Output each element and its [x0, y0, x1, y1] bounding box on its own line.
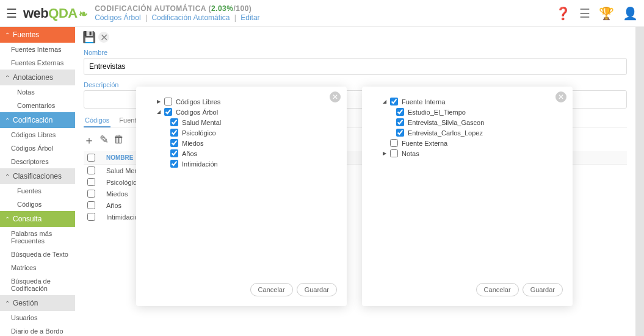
sidebar-item-clas-codigos[interactable]: Códigos: [0, 198, 75, 211]
sidebar-header-clasificaciones[interactable]: ⌃Clasificaciones: [0, 168, 75, 184]
tree-checkbox[interactable]: [390, 98, 398, 105]
tree-node-anos[interactable]: Años: [146, 148, 337, 159]
row-checkbox[interactable]: [87, 166, 95, 174]
tree-codigos: ▶Códigos Libres ◢Códigos Árbol Salud Men…: [146, 96, 337, 278]
tree-node-psico[interactable]: Psicológico: [146, 127, 337, 138]
sidebar-item-codigos-libres[interactable]: Códigos Libres: [0, 128, 75, 141]
edit-icon[interactable]: ✎: [99, 133, 109, 148]
expand-icon[interactable]: ▶: [383, 151, 389, 156]
sidebar-item-diario[interactable]: Diario de a Bordo: [0, 324, 75, 336]
sidebar-header-anotaciones[interactable]: ⌃Anotaciones: [0, 70, 75, 85]
crumb-codigos-arbol[interactable]: Códigos Árbol: [95, 13, 140, 22]
close-icon[interactable]: ✕: [555, 91, 566, 102]
tree-node-estudio[interactable]: Estudio_El_Tiempo: [372, 107, 563, 117]
title-text: CODIFICACIÓN AUTOMÁTICA: [95, 4, 206, 13]
tree-node-codigos-libres[interactable]: ▶Códigos Libres: [146, 96, 337, 107]
save-button[interactable]: Guardar: [523, 283, 563, 296]
crumb-sep: |: [234, 13, 236, 22]
tree-node-miedos[interactable]: Miedos: [146, 138, 337, 148]
tree-fuentes: ◢Fuente Interna Estudio_El_Tiempo Entrev…: [372, 96, 563, 278]
tree-node-notas[interactable]: ▶Notas: [372, 148, 563, 159]
sidebar-item-fuentes-internas[interactable]: Fuentes Internas: [0, 43, 75, 56]
tree-checkbox[interactable]: [170, 129, 178, 137]
tree-checkbox[interactable]: [170, 139, 178, 147]
list-icon[interactable]: ☰: [579, 6, 590, 21]
tree-node-fuente-externa[interactable]: Fuente Externa: [372, 138, 563, 148]
tree-checkbox[interactable]: [390, 149, 398, 157]
table-header-checkbox[interactable]: [87, 154, 95, 162]
header-titles: CODIFICACIÓN AUTOMÁTICA (2.03%/100) Códi…: [95, 4, 555, 22]
tree-node-intim[interactable]: Intimidación: [146, 159, 337, 169]
close-icon[interactable]: ✕: [330, 91, 341, 102]
trophy-icon[interactable]: 🏆: [599, 6, 614, 21]
sidebar-item-comentarios[interactable]: Comentarios: [0, 99, 75, 112]
close-icon[interactable]: ✕: [98, 32, 109, 43]
sidebar-item-descriptores[interactable]: Descriptores: [0, 155, 75, 168]
sidebar-item-matrices[interactable]: Matrices: [0, 261, 75, 274]
crumb-sep: |: [145, 13, 147, 22]
sidebar: ⌃Fuentes Fuentes Internas Fuentes Extern…: [0, 27, 75, 336]
sidebar-header-gestion[interactable]: ⌃Gestión: [0, 295, 75, 311]
sidebar-item-busqueda-texto[interactable]: Búsqueda de Texto: [0, 248, 75, 261]
expand-icon[interactable]: ▶: [157, 99, 163, 104]
tree-checkbox[interactable]: [164, 108, 172, 116]
chevron-up-icon: ⌃: [5, 216, 10, 223]
sidebar-item-clas-fuentes[interactable]: Fuentes: [0, 184, 75, 198]
help-icon[interactable]: ❓: [555, 6, 571, 21]
tree-checkbox[interactable]: [396, 118, 404, 126]
sidebar-item-palabras-frec[interactable]: Palabras más Frecuentes: [0, 227, 75, 248]
sidebar-item-fuentes-externas[interactable]: Fuentes Externas: [0, 56, 75, 70]
tree-checkbox[interactable]: [396, 129, 404, 137]
row-checkbox[interactable]: [87, 213, 95, 221]
tree-node-fuente-interna[interactable]: ◢Fuente Interna: [372, 96, 563, 107]
logo[interactable]: webQDA❧: [23, 5, 87, 21]
popup-footer: Cancelar Guardar: [146, 283, 337, 296]
sidebar-item-codigos-arbol[interactable]: Códigos Árbol: [0, 141, 75, 155]
crumb-codificacion[interactable]: Codificación Automática: [151, 13, 230, 22]
popup-footer: Cancelar Guardar: [372, 283, 563, 296]
chevron-up-icon: ⌃: [5, 32, 10, 38]
progress-total: /100: [233, 4, 248, 13]
chevron-up-icon: ⌃: [5, 117, 10, 124]
chevron-up-icon: ⌃: [5, 74, 10, 81]
save-button[interactable]: Guardar: [297, 283, 337, 296]
table-header-nombre: NOMBRE: [106, 154, 133, 161]
row-checkbox[interactable]: [87, 201, 95, 209]
tree-node-codigos-arbol[interactable]: ◢Códigos Árbol: [146, 107, 337, 117]
sidebar-item-usuarios[interactable]: Usuarios: [0, 311, 75, 324]
tree-checkbox[interactable]: [390, 139, 398, 147]
sidebar-item-busqueda-cod[interactable]: Búsqueda de Codificación: [0, 274, 75, 295]
tree-checkbox[interactable]: [170, 118, 178, 126]
tree-node-silvia[interactable]: Entrevista_Silvia_Gascon: [372, 117, 563, 127]
tree-node-carlos[interactable]: Entrevista_Carlos_Lopez: [372, 127, 563, 138]
tree-checkbox[interactable]: [170, 149, 178, 157]
delete-icon[interactable]: 🗑: [114, 133, 125, 148]
sidebar-header-codificacion[interactable]: ⌃Codificación: [0, 112, 75, 128]
save-icon[interactable]: 💾: [84, 32, 95, 43]
tree-node-salud[interactable]: Salud Mental: [146, 117, 337, 127]
sidebar-header-fuentes[interactable]: ⌃Fuentes: [0, 27, 75, 43]
tree-checkbox[interactable]: [396, 108, 404, 116]
sidebar-item-notas[interactable]: Notas: [0, 85, 75, 99]
cancel-button[interactable]: Cancelar: [476, 283, 519, 296]
cancel-button[interactable]: Cancelar: [250, 283, 293, 296]
action-icons: 💾 ✕: [84, 32, 627, 43]
tree-checkbox[interactable]: [170, 160, 178, 168]
crumb-editar[interactable]: Editar: [241, 13, 259, 22]
add-icon[interactable]: ＋: [84, 133, 95, 148]
tab-codigos[interactable]: Códigos: [84, 114, 110, 127]
logo-web: web: [23, 5, 48, 21]
row-checkbox[interactable]: [87, 190, 95, 198]
progress-pct: 2.03%: [211, 4, 234, 13]
collapse-icon[interactable]: ◢: [383, 99, 389, 104]
collapse-icon[interactable]: ◢: [157, 109, 163, 115]
hamburger-icon[interactable]: ☰: [6, 6, 17, 21]
tree-checkbox[interactable]: [164, 98, 172, 105]
sidebar-header-consulta[interactable]: ⌃Consulta: [0, 211, 75, 227]
nombre-input[interactable]: [84, 58, 627, 75]
row-checkbox[interactable]: [87, 178, 95, 186]
right-sidebar[interactable]: [635, 27, 644, 336]
user-icon[interactable]: 👤: [623, 6, 638, 21]
popup-fuentes: ✕ ◢Fuente Interna Estudio_El_Tiempo Entr…: [362, 87, 573, 306]
nombre-label: Nombre: [84, 49, 627, 56]
